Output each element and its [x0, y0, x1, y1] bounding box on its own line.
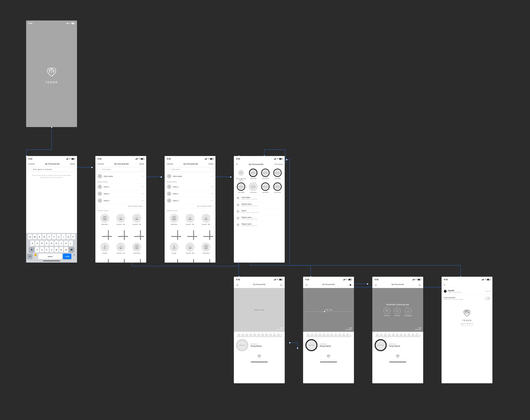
see-all-artists-link[interactable]: See all related artists ⌄ — [165, 204, 216, 208]
keyboard[interactable]: QWERTYUIOP ASDFGHJKL ZXCVBNM 123 😊 space… — [26, 233, 77, 263]
profile-icon[interactable] — [375, 284, 377, 287]
key-K[interactable]: K — [64, 240, 68, 246]
bookmark-icon[interactable] — [280, 284, 282, 287]
artist-disc[interactable]: Artist Photo — [236, 339, 248, 351]
key-R[interactable]: R — [42, 234, 46, 239]
key-H[interactable]: H — [54, 240, 58, 246]
genre-tile[interactable]: Decade - 90s — [183, 242, 197, 263]
backspace-key[interactable] — [69, 247, 74, 252]
close-button[interactable]: × — [236, 163, 238, 166]
cancel-button[interactable]: Cancel — [98, 163, 104, 165]
close-button[interactable]: × — [444, 283, 445, 286]
bookmark-option[interactable]: This Time — [394, 308, 400, 316]
genre-tile[interactable]: Alternative — [98, 214, 112, 240]
lock-toggle[interactable] — [485, 297, 490, 300]
mic-key[interactable] — [72, 253, 76, 259]
emoji-key[interactable]: 😊 — [33, 253, 37, 259]
bookmark-option[interactable]: This Area — [383, 308, 390, 316]
footer-logo[interactable] — [303, 352, 354, 360]
label-key[interactable]: Label — [63, 253, 71, 259]
album-cover[interactable]: Album Photo NextArtist Name — [234, 288, 285, 332]
related-artist-row[interactable]: Artist Photo Artist 3 — [165, 197, 216, 204]
space-key[interactable]: space — [38, 253, 62, 259]
key-S[interactable]: S — [35, 240, 39, 246]
artist-disc[interactable]: Artist Photo — [305, 339, 318, 351]
key-X[interactable]: X — [40, 247, 44, 252]
key-P[interactable]: P — [71, 234, 75, 239]
screen-player-timeline[interactable]: 9:02 My Personal Mix⌄ 1:34 / 3:36 NextAr… — [303, 277, 354, 383]
key-V[interactable]: V — [50, 247, 54, 252]
search-input[interactable]: Artist, genre or composer — [29, 167, 75, 172]
genre-tile[interactable]: Grunge — [98, 242, 112, 263]
plus-icon[interactable] — [210, 199, 213, 202]
key-E[interactable]: E — [38, 234, 42, 239]
waveform[interactable] — [234, 332, 285, 337]
artist-bubble[interactable]: Artist Photo Artist Name — [260, 168, 271, 181]
key-L[interactable]: L — [69, 240, 73, 246]
plus-icon[interactable] — [210, 192, 213, 195]
plus-icon[interactable] — [141, 175, 144, 178]
album-cover[interactable]: Bookmark a listening spot This Area This… — [372, 288, 423, 332]
key-Y[interactable]: Y — [52, 234, 56, 239]
genre-tile[interactable]: Decade - 90s — [114, 242, 128, 263]
genre-tile[interactable]: Decade - 80s — [199, 214, 213, 240]
key-W[interactable]: W — [33, 234, 37, 239]
genre-tile[interactable]: Grunge — [167, 242, 181, 263]
bookmark-icon[interactable] — [349, 284, 352, 287]
spotify-row[interactable]: Spotify Logged in as Aaron Geo Log out — [442, 288, 492, 295]
screen-player[interactable]: 9:02 My Personal Mix⌄ Album Photo NextAr… — [234, 277, 285, 383]
check-icon[interactable] — [210, 175, 213, 178]
cancel-button[interactable]: Cancel — [167, 163, 173, 165]
screen-splash[interactable]: 9:02 TENOR — [26, 20, 77, 127]
screen-player-bookmark[interactable]: 9:02 My Personal Mix⌄ Bookmark a listeni… — [372, 277, 423, 383]
search-input[interactable]: Artist name — [167, 167, 213, 172]
done-button[interactable]: Done — [139, 163, 144, 165]
key-G[interactable]: G — [50, 240, 54, 246]
flow-canvas[interactable]: 9:02 TENOR 9:02 Cancel My Personal Mix D… — [0, 0, 530, 420]
numbers-key[interactable]: 123 — [27, 253, 33, 259]
now-playing-link[interactable]: Now Playing — [275, 164, 282, 165]
waveform[interactable] — [372, 332, 423, 337]
player-title[interactable]: My Personal Mix — [253, 283, 266, 285]
profile-icon[interactable] — [236, 284, 239, 287]
key-M[interactable]: M — [64, 247, 68, 252]
footer-logo[interactable] — [372, 352, 423, 360]
related-artist-row[interactable]: Artist Photo Artist 2 — [95, 190, 146, 197]
key-J[interactable]: J — [59, 240, 63, 246]
key-O[interactable]: O — [66, 234, 70, 239]
gear-icon[interactable] — [140, 168, 142, 171]
gear-icon[interactable] — [210, 168, 212, 171]
bookmark-option[interactable]: This Weather — [404, 308, 412, 316]
genre-tile[interactable]: Decade - 80s — [130, 214, 144, 240]
playlist-row[interactable]: Playlist name Artist 1, Artist 2, Artist… — [234, 215, 285, 221]
search-result-row[interactable]: Artist Photo Artist name — [165, 173, 216, 180]
playlist-row[interactable]: Artist Radio Artist 1, Artist 2, Artist … — [234, 195, 285, 201]
cancel-button[interactable]: Cancel — [29, 163, 35, 165]
screen-search-initial[interactable]: 9:02 Cancel My Personal Mix Done Artist,… — [26, 156, 77, 263]
profile-icon[interactable] — [305, 284, 308, 287]
search-result-row[interactable]: Artist Photo Artist name — [95, 173, 146, 180]
key-I[interactable]: I — [62, 234, 66, 239]
plus-icon[interactable] — [141, 192, 144, 195]
screen-related-add[interactable]: 9:02 Cancel My Personal Mix Done Artist … — [95, 156, 146, 263]
search-input[interactable]: Artist name — [98, 167, 144, 172]
artist-bubble[interactable]: Artist Photo Artist Name — [248, 168, 258, 181]
lock-row[interactable]: Lock my tenor Tenor will no longer learn… — [442, 295, 492, 302]
footer-logo[interactable] — [234, 352, 285, 360]
playlist-row[interactable]: Playlist name Artist 1, Artist 2, Artist… — [234, 221, 285, 228]
key-F[interactable]: F — [45, 240, 49, 246]
add-bubble[interactable]: + Add a song, artist, or genre — [236, 168, 246, 181]
artist-bubble[interactable]: Artist Photo Artist Name — [260, 182, 271, 193]
key-D[interactable]: D — [40, 240, 44, 246]
related-artist-row[interactable]: Artist Photo Artist 3 — [95, 197, 146, 204]
done-button[interactable]: Done — [70, 163, 75, 165]
waveform[interactable] — [303, 332, 354, 337]
genre-tile[interactable]: Decade - 80s — [114, 214, 128, 240]
plus-icon[interactable] — [141, 185, 144, 188]
artist-bubble[interactable]: Artist Photo Artist Name — [248, 182, 258, 193]
artist-bubble[interactable]: Artist Photo Artist Name — [236, 182, 246, 193]
genre-tile[interactable]: Alternative — [167, 214, 181, 240]
screen-settings[interactable]: 9:02 × Spotify Logged in as Aaron Geo Lo… — [442, 277, 492, 383]
key-T[interactable]: T — [47, 234, 51, 239]
done-button[interactable]: Done — [208, 163, 213, 165]
